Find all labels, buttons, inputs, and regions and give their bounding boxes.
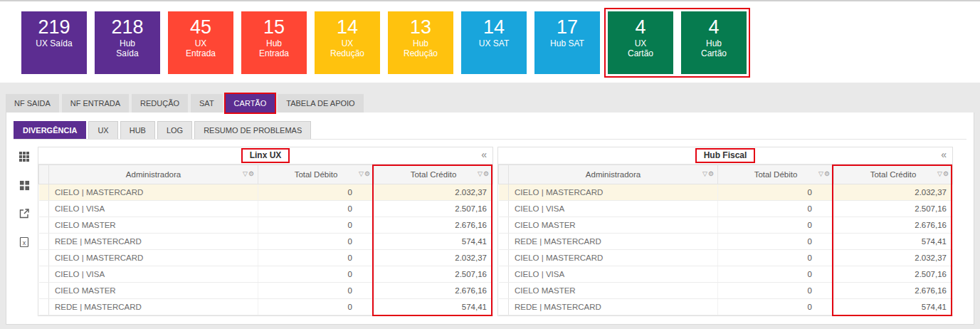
table-row[interactable]: CIELO MASTER02.676,16 <box>499 217 953 234</box>
kpi-tile-hub-cartao[interactable]: 4HubCartão <box>681 11 747 74</box>
table-row[interactable]: REDE | MASTERCARD0574,41 <box>499 299 953 315</box>
tab-nf-entrada[interactable]: NF ENTRADA <box>62 94 129 113</box>
table-row[interactable]: CIELO MASTER02.676,16 <box>499 283 953 299</box>
subtab-resumo-de-problemas[interactable]: RESUMO DE PROBLEMAS <box>194 121 311 139</box>
table-row[interactable]: CIELO | VISA02.507,16 <box>39 201 493 217</box>
cell-administradora[interactable]: CIELO | VISA <box>49 201 258 217</box>
column-settings-icon[interactable]: ⚙ <box>824 170 831 177</box>
cell-administradora[interactable]: CIELO MASTER <box>49 217 258 234</box>
table-row[interactable]: REDE | MASTERCARD0574,41 <box>499 234 953 250</box>
filter-icon[interactable]: ▽ <box>937 170 943 177</box>
cell-total-credito[interactable]: 2.032,37 <box>374 250 493 266</box>
cell-total-credito[interactable]: 574,41 <box>834 234 953 250</box>
kpi-tile-hub-saida[interactable]: 218HubSaída <box>95 11 160 74</box>
column-header-administradora[interactable]: Administradora▽⚙ <box>49 165 258 184</box>
cell-total-debito[interactable]: 0 <box>258 299 374 315</box>
column-header-total-credito[interactable]: Total Crédito▽⚙ <box>374 165 493 184</box>
table-row[interactable]: CIELO | MASTERCARD02.032,37 <box>499 250 953 266</box>
column-header-total-debito[interactable]: Total Débito▽⚙ <box>258 165 374 184</box>
column-settings-icon[interactable]: ⚙ <box>364 170 371 177</box>
subtab-ux[interactable]: UX <box>88 121 117 139</box>
cell-total-debito[interactable]: 0 <box>718 299 834 315</box>
cell-total-credito[interactable]: 2.676,16 <box>834 283 953 299</box>
tab-tabela-de-apoio[interactable]: TABELA DE APOIO <box>278 94 363 113</box>
cell-total-credito[interactable]: 2.507,16 <box>374 201 493 217</box>
column-chooser-button[interactable] <box>17 150 31 164</box>
cell-total-debito[interactable]: 0 <box>258 184 374 201</box>
cell-total-debito[interactable]: 0 <box>258 217 374 234</box>
table-row[interactable]: CIELO | VISA02.507,16 <box>39 266 493 283</box>
collapse-button[interactable]: « <box>941 149 947 160</box>
table-row[interactable]: CIELO | MASTERCARD02.032,37 <box>39 184 493 201</box>
kpi-tile-ux-entrada[interactable]: 45UXEntrada <box>168 11 233 74</box>
filter-icon[interactable]: ▽ <box>243 170 248 177</box>
tab-nf-saida[interactable]: NF SAIDA <box>6 94 59 113</box>
filter-icon[interactable]: ▽ <box>478 170 483 177</box>
table-row[interactable]: CIELO MASTER02.676,16 <box>39 217 493 234</box>
cell-total-credito[interactable]: 2.032,37 <box>834 184 953 201</box>
cell-administradora[interactable]: REDE | MASTERCARD <box>49 234 258 250</box>
cell-administradora[interactable]: CIELO | VISA <box>509 201 718 217</box>
cell-total-debito[interactable]: 0 <box>718 234 834 250</box>
cell-administradora[interactable]: CIELO MASTER <box>49 283 258 299</box>
column-header-total-credito[interactable]: Total Crédito▽⚙ <box>834 165 953 184</box>
cell-total-credito[interactable]: 2.676,16 <box>834 217 953 234</box>
cell-total-credito[interactable]: 2.032,37 <box>834 250 953 266</box>
cell-administradora[interactable]: REDE | MASTERCARD <box>49 299 258 315</box>
cell-total-credito[interactable]: 2.507,16 <box>834 201 953 217</box>
cell-total-debito[interactable]: 0 <box>718 283 834 299</box>
column-header-total-debito[interactable]: Total Débito▽⚙ <box>718 165 834 184</box>
cell-total-debito[interactable]: 0 <box>718 217 834 234</box>
table-row[interactable]: CIELO | MASTERCARD02.032,37 <box>39 250 493 266</box>
cell-total-credito[interactable]: 2.507,16 <box>374 266 493 283</box>
filter-icon[interactable]: ▽ <box>702 170 708 177</box>
table-row[interactable]: REDE | MASTERCARD0574,41 <box>39 299 493 315</box>
cell-total-credito[interactable]: 2.507,16 <box>834 266 953 283</box>
tab-sat[interactable]: SAT <box>191 94 223 113</box>
cell-total-credito[interactable]: 2.676,16 <box>374 217 493 234</box>
kpi-tile-ux-saida[interactable]: 219UX Saída <box>21 11 87 74</box>
table-row[interactable]: CIELO MASTER02.676,16 <box>39 283 493 299</box>
cell-total-credito[interactable]: 2.676,16 <box>374 283 493 299</box>
column-header-administradora[interactable]: Administradora▽⚙ <box>509 165 718 184</box>
kpi-tile-ux-sat[interactable]: 14UX SAT <box>461 11 527 74</box>
cell-total-credito[interactable]: 574,41 <box>834 299 953 315</box>
tab-cartao[interactable]: CARTÃO <box>226 94 275 113</box>
cell-total-debito[interactable]: 0 <box>258 283 374 299</box>
column-settings-icon[interactable]: ⚙ <box>708 170 715 177</box>
cell-administradora[interactable]: CIELO | MASTERCARD <box>509 250 718 266</box>
cell-total-credito[interactable]: 574,41 <box>374 234 493 250</box>
subtab-divergencia[interactable]: DIVERGÊNCIA <box>14 121 86 139</box>
cell-total-credito[interactable]: 574,41 <box>374 299 493 315</box>
table-row[interactable]: CIELO | VISA02.507,16 <box>499 201 953 217</box>
cell-administradora[interactable]: CIELO | MASTERCARD <box>509 184 718 201</box>
cell-total-debito[interactable]: 0 <box>258 201 374 217</box>
cell-total-debito[interactable]: 0 <box>718 250 834 266</box>
cell-administradora[interactable]: CIELO MASTER <box>509 217 718 234</box>
cell-total-debito[interactable]: 0 <box>718 201 834 217</box>
column-settings-icon[interactable]: ⚙ <box>943 170 949 177</box>
filter-icon[interactable]: ▽ <box>359 170 364 177</box>
open-external-button[interactable] <box>17 207 31 221</box>
cell-administradora[interactable]: CIELO MASTER <box>509 283 718 299</box>
filter-icon[interactable]: ▽ <box>818 170 824 177</box>
cell-administradora[interactable]: REDE | MASTERCARD <box>509 299 718 315</box>
collapse-button[interactable]: « <box>481 149 487 160</box>
card-view-button[interactable] <box>17 178 31 192</box>
table-row[interactable]: CIELO | VISA02.507,16 <box>499 266 953 283</box>
cell-administradora[interactable]: CIELO | MASTERCARD <box>49 184 258 201</box>
cell-total-debito[interactable]: 0 <box>258 234 374 250</box>
cell-administradora[interactable]: CIELO | VISA <box>509 266 718 283</box>
export-excel-button[interactable]: x <box>17 235 31 249</box>
cell-total-debito[interactable]: 0 <box>258 250 374 266</box>
subtab-log[interactable]: LOG <box>157 121 192 139</box>
kpi-tile-hub-reducao[interactable]: 13HubRedução <box>388 11 453 74</box>
subtab-hub[interactable]: HUB <box>120 121 155 139</box>
kpi-tile-ux-reducao[interactable]: 14UXRedução <box>315 11 380 74</box>
cell-total-credito[interactable]: 2.032,37 <box>374 184 493 201</box>
kpi-tile-ux-cartao[interactable]: 4UXCartão <box>608 11 673 74</box>
cell-total-debito[interactable]: 0 <box>718 184 834 201</box>
table-row[interactable]: REDE | MASTERCARD0574,41 <box>39 234 493 250</box>
cell-total-debito[interactable]: 0 <box>718 266 834 283</box>
cell-administradora[interactable]: CIELO | VISA <box>49 266 258 283</box>
